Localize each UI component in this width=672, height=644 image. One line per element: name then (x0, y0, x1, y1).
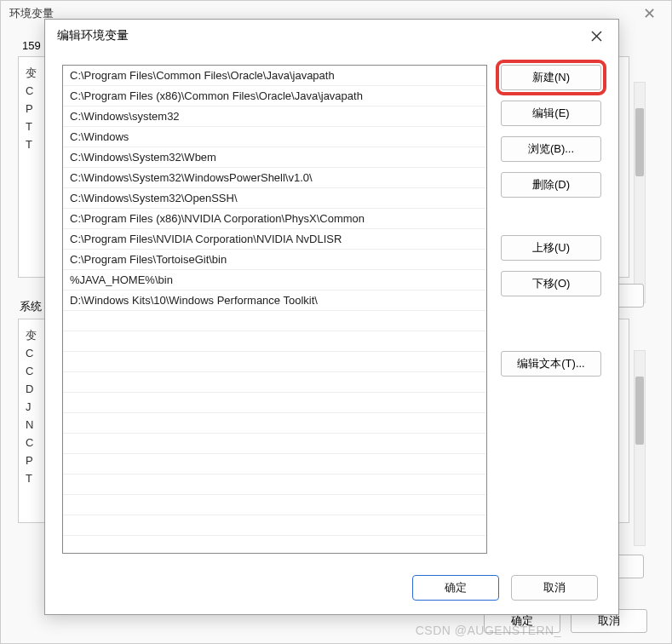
path-item[interactable]: C:\Program Files (x86)\Common Files\Orac… (63, 86, 486, 106)
parent-scrollbar-user[interactable] (634, 82, 646, 303)
edit-dialog-title: 编辑环境变量 (57, 28, 129, 43)
path-item[interactable]: C:\Program Files\Common Files\Oracle\Jav… (63, 66, 486, 86)
new-button[interactable]: 新建(N) (501, 65, 601, 90)
ok-button[interactable]: 确定 (412, 575, 499, 601)
path-item[interactable]: C:\Windows\System32\OpenSSH\ (63, 188, 486, 209)
delete-button[interactable]: 删除(D) (501, 172, 601, 198)
path-empty-row (63, 454, 486, 474)
path-empty-row (63, 331, 486, 352)
edit-env-var-dialog: 编辑环境变量 C:\Program Files\Common Files\Ora… (44, 19, 619, 615)
path-listbox[interactable]: C:\Program Files\Common Files\Oracle\Jav… (62, 65, 487, 554)
side-buttons-column: 新建(N) 编辑(E) 浏览(B)... 删除(D) 上移(U) 下移(O) 编… (501, 65, 601, 554)
path-item[interactable]: C:\Program Files (x86)\NVIDIA Corporatio… (63, 209, 486, 229)
path-item[interactable]: C:\Windows\system32 (63, 106, 486, 127)
path-empty-row (63, 393, 486, 413)
path-item[interactable]: C:\Windows\System32\WindowsPowerShell\v1… (63, 168, 486, 188)
close-icon (591, 31, 602, 42)
browse-button[interactable]: 浏览(B)... (501, 136, 601, 162)
scrollbar-thumb[interactable] (635, 108, 644, 176)
edit-footer-buttons: 确定 取消 (412, 575, 598, 601)
close-button[interactable] (581, 23, 612, 49)
path-item[interactable]: C:\Program Files\NVIDIA Corporation\NVID… (63, 229, 486, 250)
path-empty-row (63, 434, 486, 454)
scrollbar-thumb[interactable] (635, 377, 644, 445)
path-item[interactable]: D:\Windows Kits\10\Windows Performance T… (63, 290, 486, 311)
path-item[interactable]: %JAVA_HOME%\bin (63, 270, 486, 290)
parent-close-icon[interactable]: ✕ (636, 4, 663, 23)
parent-scrollbar-system[interactable] (634, 350, 646, 546)
path-empty-row (63, 515, 486, 536)
cancel-button[interactable]: 取消 (511, 575, 598, 601)
path-empty-row (63, 352, 486, 372)
edit-titlebar: 编辑环境变量 (45, 20, 618, 52)
path-empty-row (63, 413, 486, 434)
path-empty-row (63, 372, 486, 393)
path-empty-row (63, 474, 486, 495)
path-item[interactable]: C:\Windows\System32\Wbem (63, 147, 486, 168)
edit-button[interactable]: 编辑(E) (501, 101, 601, 126)
path-empty-row (63, 311, 486, 331)
edit-text-button[interactable]: 编辑文本(T)... (501, 351, 601, 377)
move-up-button[interactable]: 上移(U) (501, 235, 601, 261)
path-item[interactable]: C:\Windows (63, 127, 486, 147)
path-item[interactable]: C:\Program Files\TortoiseGit\bin (63, 250, 486, 270)
move-down-button[interactable]: 下移(O) (501, 271, 601, 296)
path-empty-row (63, 495, 486, 515)
